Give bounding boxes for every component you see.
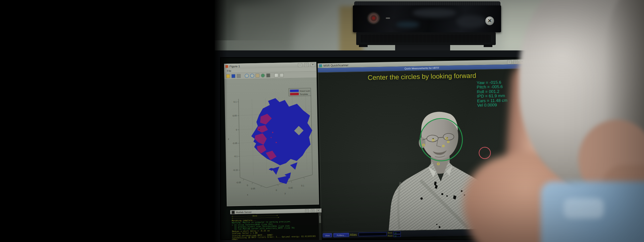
kinect-speaker-grille [361, 35, 491, 42]
data-cursor-icon[interactable] [266, 73, 270, 77]
svg-text:0.05: 0.05 [232, 114, 237, 117]
pan-icon[interactable] [256, 74, 260, 78]
legend-label: Kinect scan [300, 90, 310, 92]
dark-room-left [0, 0, 215, 242]
scroll-up-icon[interactable] [319, 213, 321, 215]
minimize-icon[interactable]: – [507, 60, 512, 64]
svg-text:0.05: 0.05 [251, 187, 255, 190]
x-axis-label: x [247, 194, 248, 196]
svg-text:-0.05: -0.05 [232, 142, 237, 144]
maximize-icon[interactable]: □ [304, 63, 309, 67]
scan-fragments [269, 162, 298, 185]
y-axis-label: y [284, 192, 286, 195]
view-button[interactable]: View [323, 233, 332, 238]
terminal-title: Matlab Server [236, 210, 252, 214]
seed-label: Seed [388, 232, 393, 234]
kinect-ir-emitter [386, 17, 390, 19]
scanner-window-title: MSR QuickScanner [323, 64, 348, 67]
svg-text:0: 0 [276, 189, 277, 191]
seed-value[interactable]: 18 [393, 231, 401, 234]
svg-text:-0.15: -0.15 [233, 169, 238, 171]
maximize-icon[interactable]: □ [311, 209, 314, 212]
room-label: Room [388, 235, 393, 237]
seed-field: Seed 18 [388, 231, 401, 234]
z-axis-label: z [228, 138, 229, 140]
svg-text:0.1: 0.1 [233, 100, 237, 103]
y-axis-ticks: 0 0.05 0.1 [276, 184, 305, 191]
kinect-foot [359, 44, 368, 47]
kinect-camera-lens-icon [368, 12, 380, 24]
colorbar-icon[interactable] [274, 73, 278, 77]
svg-text:-0.1: -0.1 [234, 155, 238, 157]
terminal-output: <----------------done----------------> <… [230, 212, 322, 240]
maximize-icon[interactable]: □ [514, 60, 518, 64]
background-blur-object [235, 5, 292, 52]
shirt-collar-highlight [564, 198, 604, 218]
svg-text:0.05: 0.05 [288, 187, 293, 189]
dark-room-fade [214, 0, 227, 242]
xbox-logo-icon: ✕ [485, 16, 494, 25]
room-value[interactable]: 50 [393, 234, 401, 237]
minimize-icon[interactable]: – [305, 209, 309, 212]
save-icon[interactable] [231, 74, 235, 78]
photo-stage: ✕ Figure 1 – □ ✕ File [0, 0, 644, 242]
matlab-figure-window: Figure 1 – □ ✕ File [224, 62, 319, 206]
terminal-scrollbar[interactable] [319, 213, 322, 240]
minimize-icon[interactable]: – [298, 63, 302, 67]
matlab-server-terminal: Matlab Server – □ ✕ <----------------don… [230, 208, 322, 240]
legend-swatch-kinect-scan [290, 90, 299, 92]
svg-text:0.1: 0.1 [301, 184, 305, 187]
svg-text:-0.05: -0.05 [236, 181, 241, 184]
plot-legend: Kinect scan Template [288, 88, 311, 96]
svg-text:0: 0 [247, 184, 248, 187]
z-axis-ticks: 0.1 0.05 0 -0.05 -0.1 -0.15 [231, 100, 238, 171]
close-icon[interactable]: ✕ [316, 209, 320, 212]
kinect-scan-mesh [251, 97, 313, 166]
face-scan-3d-plot: 0.1 0.05 0 -0.05 -0.1 -0.15 -0.05 0 0.05 [225, 78, 319, 206]
legend-label: Template [300, 93, 308, 95]
legend-swatch-template [290, 93, 299, 95]
zoom-in-icon[interactable] [245, 74, 249, 78]
kinect-foot [484, 44, 492, 47]
close-icon[interactable]: ✕ [311, 63, 315, 67]
print-icon[interactable] [237, 74, 241, 78]
folders-button[interactable]: Folders... [333, 233, 349, 237]
room-field: Room 50 [388, 234, 401, 237]
svg-text:0: 0 [236, 128, 237, 131]
kinect-reflection [396, 22, 419, 28]
kinect-reflection [456, 15, 486, 28]
alias-label: Alias [350, 233, 357, 236]
kinect-reflection [413, 8, 456, 17]
figure-plot-area: 0.1 0.05 0 -0.05 -0.1 -0.15 -0.05 0 0.05 [225, 78, 319, 206]
console-icon [231, 211, 234, 214]
scrollbar-thumb[interactable] [319, 215, 321, 223]
terminal-line: DONE! [232, 239, 238, 240]
scanner-app-icon [319, 64, 322, 67]
red-target-circle [479, 147, 491, 159]
alias-input[interactable] [359, 232, 387, 237]
figure-window-title: Figure 1 [229, 64, 240, 68]
rotate-3d-icon[interactable] [261, 74, 265, 78]
legend-icon[interactable] [280, 73, 284, 77]
zoom-out-icon[interactable] [250, 74, 254, 78]
